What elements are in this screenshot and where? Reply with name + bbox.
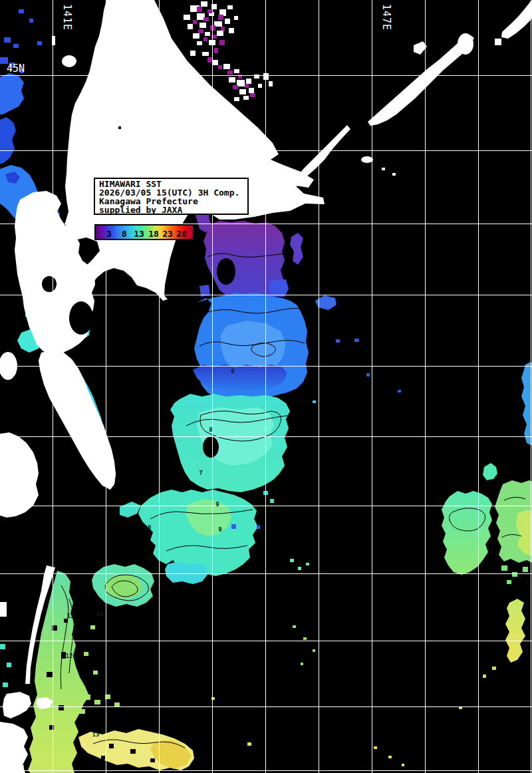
contour-label: 13 xyxy=(92,731,100,738)
island-shikotan xyxy=(361,156,373,163)
latitude-label-45n: 45N xyxy=(7,63,25,75)
colorbar-tick-label: 13 xyxy=(134,229,144,239)
contour-label: 10 xyxy=(144,524,152,531)
contour-label: 12 xyxy=(66,653,73,659)
island-rishiri xyxy=(62,55,76,67)
info-box-credit: supplied by JAXA xyxy=(99,205,182,215)
longitude-label-147e: 147E xyxy=(380,4,392,31)
colorbar-tick-label: 8 xyxy=(122,229,127,239)
contour-label: 9 xyxy=(218,526,221,533)
colorbar-tick-label: 23 xyxy=(162,229,173,239)
colorbar: 3813182328 xyxy=(94,224,194,240)
longitude-label-141e: 141E xyxy=(61,4,73,31)
contour-label: 6 xyxy=(231,368,234,375)
cloud-hole xyxy=(69,301,93,335)
island-rebun xyxy=(52,36,55,45)
contour-label: 13 xyxy=(67,613,74,619)
info-box: HIMAWARI SST 2026/03/05 15(UTC) 3H Comp.… xyxy=(94,178,248,215)
contour-label: 7 xyxy=(199,470,202,476)
cloud-hole xyxy=(42,276,57,292)
sst-map-canvas: 687991015131213 45N 141E 147E HIMAWARI S… xyxy=(0,0,532,773)
contour-label: 15 xyxy=(96,611,104,617)
colorbar-tick-label: 18 xyxy=(148,229,159,239)
contour-label: 8 xyxy=(209,426,212,433)
colorbar-tick-label: 28 xyxy=(176,229,187,239)
contour-label: 9 xyxy=(215,501,219,508)
colorbar-tick-label: 3 xyxy=(106,229,112,239)
sst-map-screenshot: 687991015131213 45N 141E 147E HIMAWARI S… xyxy=(0,0,532,773)
